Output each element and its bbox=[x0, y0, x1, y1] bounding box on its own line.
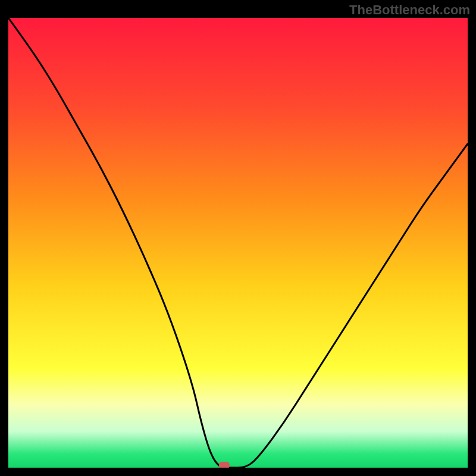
bottleneck-chart bbox=[8, 18, 468, 468]
optimum-marker bbox=[219, 462, 230, 468]
watermark-text: TheBottleneck.com bbox=[349, 2, 470, 18]
chart-frame bbox=[8, 18, 468, 468]
